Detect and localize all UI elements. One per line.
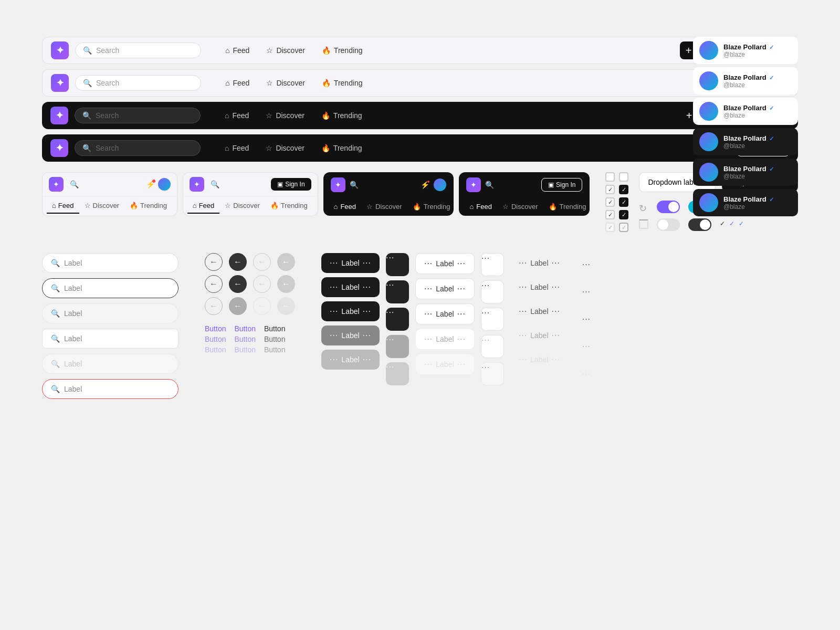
search-input-2[interactable]: 🔍 Label xyxy=(42,278,178,298)
search-input-3[interactable]: 🔍 Label xyxy=(42,303,178,323)
dp-link-discover-1[interactable]: ☆ Discover xyxy=(361,200,407,214)
arrow-outline-2[interactable]: ← xyxy=(205,275,223,293)
mini-link-discover-2[interactable]: ☆ Discover xyxy=(219,198,265,214)
lb-ghost-2[interactable]: ··· Label ··· xyxy=(510,277,569,297)
cb-1-light[interactable] xyxy=(605,172,615,182)
mini-logo-2[interactable]: ✦ xyxy=(190,177,204,192)
profile-item-1[interactable]: Blaze Pollard ✓ @blaze xyxy=(693,37,798,64)
dp-logo-2[interactable]: ✦ xyxy=(466,177,481,192)
nav-link-feed-1[interactable]: ⌂ Feed xyxy=(218,43,257,58)
arrow-filled-light-1[interactable]: ← xyxy=(277,253,295,271)
mini-avatar-1[interactable] xyxy=(158,178,171,191)
mini-logo-1[interactable]: ✦ xyxy=(49,177,64,192)
search-input-6[interactable]: 🔍 Label xyxy=(42,379,178,399)
dp-search-icon-1[interactable]: 🔍 xyxy=(350,181,359,189)
dp-link-trending-1[interactable]: 🔥 Trending xyxy=(407,200,454,214)
text-btn-1-2[interactable]: Button xyxy=(205,335,226,343)
profile-item-5[interactable]: Blaze Pollard ✓ @blaze xyxy=(693,159,798,186)
mini-link-feed-2[interactable]: ⌂ Feed xyxy=(187,198,220,214)
nav-link-trending-1[interactable]: 🔥 Trending xyxy=(314,43,370,58)
profile-item-4[interactable]: Blaze Pollard ✓ @blaze xyxy=(693,128,798,155)
lbi-dark-2[interactable]: ··· xyxy=(386,280,409,303)
cb-4-light[interactable]: ✓ xyxy=(605,210,615,219)
nav-link-discover-4[interactable]: ☆ Discover xyxy=(258,141,311,155)
nav-link-feed-2[interactable]: ⌂ Feed xyxy=(218,76,257,90)
search-box-3[interactable]: 🔍 Search xyxy=(75,108,201,123)
toggle-purple[interactable] xyxy=(657,201,680,213)
nav-link-trending-4[interactable]: 🔥 Trending xyxy=(314,141,370,155)
nav-logo-1[interactable]: ✦ xyxy=(51,41,69,59)
lb-light-1[interactable]: ··· Label ··· xyxy=(415,253,475,274)
dp-link-feed-2[interactable]: ⌂ Feed xyxy=(464,200,497,214)
nav-link-feed-4[interactable]: ⌂ Feed xyxy=(217,141,256,155)
lbi-ghost-2[interactable]: ··· xyxy=(575,280,598,303)
nav-link-trending-2[interactable]: 🔥 Trending xyxy=(314,76,370,90)
lb-dark-2[interactable]: ··· Label ··· xyxy=(321,277,380,297)
nav-link-discover-2[interactable]: ☆ Discover xyxy=(259,76,312,90)
text-btn-2-2[interactable]: Button xyxy=(234,335,255,343)
mini-link-discover-1[interactable]: ☆ Discover xyxy=(79,198,125,214)
lb-light-2[interactable]: ··· Label ··· xyxy=(415,278,475,299)
text-btn-2-1[interactable]: Button xyxy=(234,324,255,333)
toggle-dark[interactable] xyxy=(688,218,711,231)
lb-dark-3[interactable]: ··· Label ··· xyxy=(321,301,380,321)
lbi-ghost-3[interactable]: ··· xyxy=(575,308,598,331)
profile-item-3[interactable]: Blaze Pollard ✓ @blaze xyxy=(693,98,798,125)
search-box-1[interactable]: 🔍 Search xyxy=(75,43,201,58)
arrow-outline-light-2[interactable]: ← xyxy=(253,275,271,293)
dp-link-discover-2[interactable]: ☆ Discover xyxy=(497,200,543,214)
arrow-filled-1[interactable]: ← xyxy=(229,253,247,271)
lbi-gray-1[interactable]: ··· xyxy=(386,335,409,358)
mini-link-trending-1[interactable]: 🔥 Trending xyxy=(124,198,172,214)
arrow-outline-light-1[interactable]: ← xyxy=(253,253,271,271)
dp-sign-in-2[interactable]: ▣ Sign In xyxy=(541,178,582,192)
cb-3-dark[interactable]: ✓ xyxy=(619,197,628,207)
arrow-outline-1[interactable]: ← xyxy=(205,253,223,271)
search-input-4[interactable]: 🔍 Label xyxy=(42,329,178,349)
lbi-dark-3[interactable]: ··· xyxy=(386,308,409,331)
nav-logo-3[interactable]: ✦ xyxy=(50,107,68,124)
mini-search-icon-2[interactable]: 🔍 xyxy=(211,180,219,188)
lbi-ghost-gray[interactable]: ··· xyxy=(575,335,598,358)
lbi-light-3[interactable]: ··· xyxy=(481,308,504,331)
cb-5-dark[interactable]: ✓ xyxy=(619,223,628,232)
search-box-4[interactable]: 🔍 Search xyxy=(75,140,201,156)
text-btn-1-1[interactable]: Button xyxy=(205,324,226,333)
cb-5-light[interactable]: ✓ xyxy=(605,223,615,232)
lbi-light-2[interactable]: ··· xyxy=(481,280,504,303)
lb-gray-1[interactable]: ··· Label ··· xyxy=(321,326,380,345)
cb-1-dark[interactable] xyxy=(619,172,628,182)
dp-notif-1[interactable]: ⚡ xyxy=(421,181,429,189)
mini-search-icon-1[interactable]: 🔍 xyxy=(70,180,79,188)
text-btn-3-1[interactable]: Button xyxy=(264,324,285,333)
cb-2-dark[interactable]: ✓ xyxy=(619,185,628,194)
dp-avatar-1[interactable] xyxy=(434,178,446,191)
dp-link-trending-2[interactable]: 🔥 Trending xyxy=(543,200,590,214)
dp-logo-1[interactable]: ✦ xyxy=(331,177,345,192)
mini-notif-icon-1[interactable]: ⚡ xyxy=(146,180,155,188)
lb-light-gray[interactable]: ··· Label ··· xyxy=(415,329,475,350)
text-btn-3-2[interactable]: Button xyxy=(264,335,285,343)
lbi-dark-1[interactable]: ··· xyxy=(386,253,409,276)
lb-light-3[interactable]: ··· Label ··· xyxy=(415,303,475,324)
profile-item-2[interactable]: Blaze Pollard ✓ @blaze xyxy=(693,67,798,94)
nav-link-trending-3[interactable]: 🔥 Trending xyxy=(314,108,370,123)
lbi-light-gray[interactable]: ··· xyxy=(481,335,504,358)
lb-dark-1[interactable]: ··· Label ··· xyxy=(321,253,380,273)
cb-3-light[interactable]: ✓ xyxy=(605,197,615,207)
cb-2-light[interactable]: ✓ xyxy=(605,185,615,194)
nav-logo-4[interactable]: ✦ xyxy=(50,139,68,157)
lb-ghost-3[interactable]: ··· Label ··· xyxy=(510,301,569,321)
mini-link-feed-1[interactable]: ⌂ Feed xyxy=(47,198,79,214)
nav-link-discover-1[interactable]: ☆ Discover xyxy=(259,43,312,58)
mini-sign-in-2[interactable]: ▣ Sign In xyxy=(271,178,311,191)
lb-ghost-gray[interactable]: ··· Label ··· xyxy=(510,326,569,345)
nav-link-feed-3[interactable]: ⌂ Feed xyxy=(217,108,256,123)
dp-search-icon-2[interactable]: 🔍 xyxy=(485,181,494,189)
search-input-1[interactable]: 🔍 Label xyxy=(42,253,178,273)
cb-4-dark[interactable]: ✓ xyxy=(619,210,628,219)
nav-link-discover-3[interactable]: ☆ Discover xyxy=(258,108,311,123)
profile-item-6[interactable]: Blaze Pollard ✓ @blaze xyxy=(693,189,798,216)
nav-logo-2[interactable]: ✦ xyxy=(51,74,69,92)
arrow-filled-2[interactable]: ← xyxy=(229,275,247,293)
